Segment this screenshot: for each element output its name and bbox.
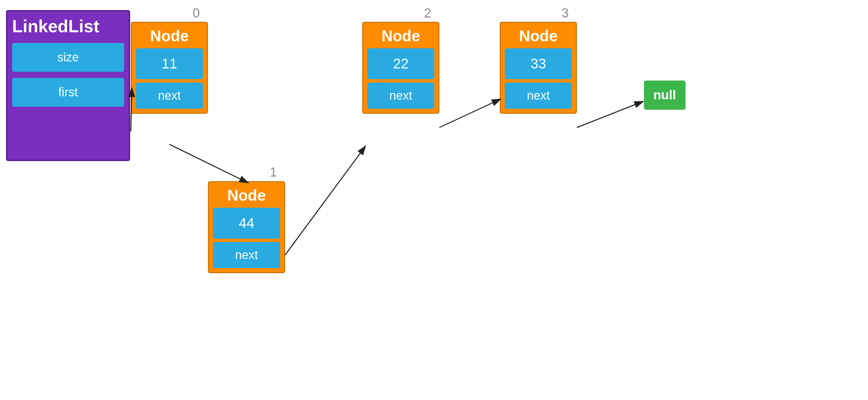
node-1-value: 44 <box>213 208 280 238</box>
node-3-value: 33 <box>505 48 572 79</box>
linked-list-box: LinkedList size first <box>6 10 130 161</box>
node-2-title: Node <box>367 27 434 45</box>
index-label-2: 2 <box>417 6 438 21</box>
node-1-next: next <box>213 242 280 268</box>
node-3-next: next <box>505 83 572 109</box>
node-0-next: next <box>136 83 203 109</box>
node-3-title: Node <box>505 27 572 45</box>
node-box-1: Node 44 next <box>208 181 285 273</box>
svg-line-2 <box>169 144 248 183</box>
svg-line-5 <box>577 101 643 127</box>
node-0-value: 11 <box>136 48 203 79</box>
first-field: first <box>12 78 124 107</box>
node-0-title: Node <box>136 27 203 45</box>
node-2-value: 22 <box>367 48 434 79</box>
index-label-1: 1 <box>263 165 283 179</box>
svg-line-3 <box>285 146 366 255</box>
node-box-2: Node 22 next <box>362 22 439 114</box>
svg-line-4 <box>439 99 501 127</box>
linked-list-title: LinkedList <box>12 16 124 36</box>
node-box-3: Node 33 next <box>500 22 577 114</box>
size-field: size <box>12 43 124 72</box>
node-1-title: Node <box>213 186 280 204</box>
node-box-0: Node 11 next <box>131 22 208 114</box>
index-label-3: 3 <box>555 6 575 21</box>
node-2-next: next <box>367 83 434 109</box>
index-label-0: 0 <box>186 6 206 21</box>
null-box: null <box>644 81 686 110</box>
